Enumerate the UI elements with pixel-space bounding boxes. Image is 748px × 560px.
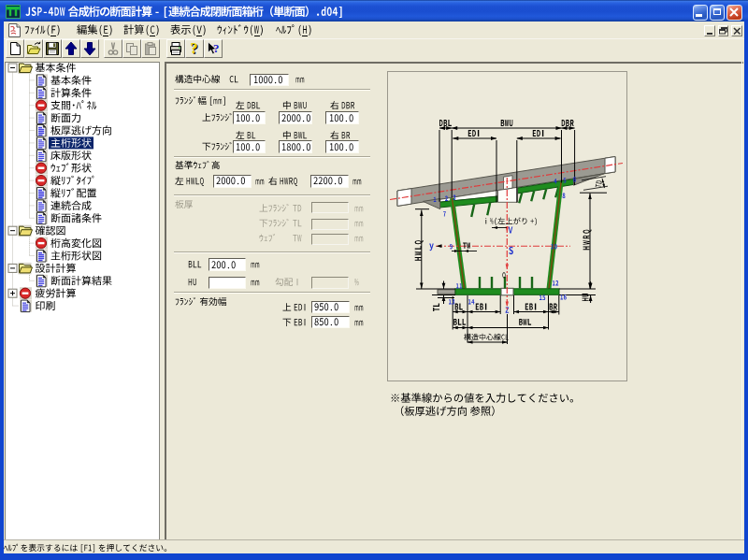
svg-text:?: ? — [213, 41, 220, 55]
svg-text:?: ? — [190, 41, 197, 56]
